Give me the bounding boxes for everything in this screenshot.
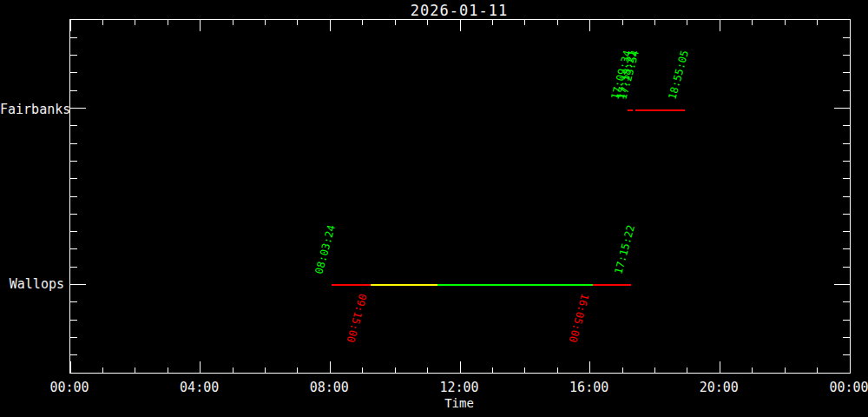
y-axis-tick <box>70 108 86 109</box>
y-axis-tick <box>843 37 850 38</box>
x-axis-tick <box>395 367 396 373</box>
x-axis-tick <box>622 367 623 373</box>
x-axis-tick <box>102 367 103 373</box>
y-axis-tick <box>70 72 77 73</box>
x-axis-tick <box>817 367 818 373</box>
x-axis-tick <box>200 20 201 31</box>
x-axis-tick <box>785 20 786 25</box>
x-axis-tick <box>752 20 753 25</box>
y-axis-tick <box>843 301 850 302</box>
x-axis-tick <box>233 20 233 25</box>
y-axis-tick <box>843 214 850 215</box>
y-axis-tick <box>70 231 77 232</box>
station-label: Wallops <box>0 276 64 292</box>
x-axis-tick <box>233 367 233 373</box>
x-axis-tick <box>752 367 753 373</box>
x-axis-tick <box>265 367 266 373</box>
pass-segment <box>371 284 437 286</box>
x-axis-tick <box>362 20 363 25</box>
aos-time-label: 08:03:24 <box>313 224 338 275</box>
y-axis-tick <box>843 143 850 144</box>
y-axis-tick <box>70 267 77 268</box>
x-axis-tick <box>720 361 720 373</box>
x-axis-tick <box>687 367 687 373</box>
y-axis-tick <box>843 72 850 73</box>
y-axis-tick <box>843 248 850 249</box>
x-axis-tick <box>460 361 461 373</box>
x-axis-tick <box>524 367 525 373</box>
pass-segment <box>332 284 371 286</box>
y-axis-tick <box>70 161 77 162</box>
x-axis-tick <box>297 367 298 373</box>
x-axis-tick <box>817 20 818 25</box>
x-axis-title: Time <box>69 396 849 410</box>
y-axis-tick <box>843 178 850 179</box>
y-axis-tick <box>70 354 77 355</box>
station-label: Fairbanks <box>0 102 64 117</box>
x-axis-tick <box>362 367 363 373</box>
y-axis-tick <box>70 320 77 321</box>
y-axis-tick <box>70 178 77 179</box>
x-axis-tick <box>654 20 655 25</box>
y-axis-tick <box>70 214 77 215</box>
y-axis-tick <box>70 37 77 38</box>
los-time-label: 16:05:00 <box>566 293 590 344</box>
y-axis-tick <box>843 231 850 232</box>
x-axis-tick <box>589 20 590 31</box>
x-axis-tick <box>492 20 493 25</box>
y-axis-tick <box>70 284 86 285</box>
chart-title: 2026-01-11 <box>69 2 849 19</box>
x-axis-tick <box>785 367 786 373</box>
x-axis-tick <box>330 20 331 31</box>
y-axis-tick <box>843 90 850 91</box>
x-tick-label: 08:00 <box>310 380 349 395</box>
y-axis-tick <box>843 320 850 321</box>
aos-time-label: 17:15:22 <box>612 224 636 275</box>
y-axis-tick <box>834 108 850 109</box>
los-time-label: 09:15:00 <box>345 293 369 344</box>
x-tick-label: 20:00 <box>700 380 739 395</box>
x-axis-tick <box>687 20 687 25</box>
x-tick-label: 16:00 <box>569 380 608 395</box>
x-tick-label: 12:00 <box>439 380 478 395</box>
plot-area: 17:09:3417:18:2117:23:5418:55:0508:03:24… <box>69 19 851 374</box>
x-axis-tick <box>102 20 103 25</box>
x-axis-tick <box>622 20 623 25</box>
x-tick-label: 00:00 <box>49 380 89 395</box>
x-axis-tick <box>850 20 851 31</box>
y-axis-tick <box>843 161 850 162</box>
y-axis-tick <box>70 143 77 144</box>
y-axis-tick <box>843 337 850 338</box>
y-axis-tick <box>843 267 850 268</box>
x-axis-tick <box>135 367 135 373</box>
x-axis-tick <box>557 367 558 373</box>
y-axis-tick <box>843 354 850 355</box>
x-axis-tick <box>492 367 493 373</box>
x-axis-tick <box>168 20 168 25</box>
x-axis-tick <box>395 20 396 25</box>
x-axis-tick <box>168 367 168 373</box>
y-axis-tick <box>70 125 77 126</box>
pass-segment <box>593 284 631 286</box>
pass-segment <box>635 109 685 111</box>
y-axis-tick <box>70 248 77 249</box>
y-axis-tick <box>70 301 77 302</box>
x-axis-tick <box>135 20 135 25</box>
pass-segment <box>628 109 632 111</box>
x-axis-tick <box>297 20 298 25</box>
y-axis-tick <box>70 90 77 91</box>
x-axis-tick <box>460 20 461 31</box>
y-axis-tick <box>834 284 850 285</box>
x-tick-label: 04:00 <box>180 380 219 395</box>
x-axis-tick <box>70 20 71 31</box>
y-axis-tick <box>70 55 77 56</box>
x-axis-tick <box>265 20 266 25</box>
y-axis-tick <box>843 55 850 56</box>
x-tick-label: 00:00 <box>829 380 868 395</box>
x-axis-tick <box>557 20 558 25</box>
x-axis-tick <box>654 367 655 373</box>
y-axis-tick <box>70 196 77 197</box>
y-axis-tick <box>843 196 850 197</box>
y-axis-tick <box>70 337 77 338</box>
pass-segment <box>437 284 593 286</box>
